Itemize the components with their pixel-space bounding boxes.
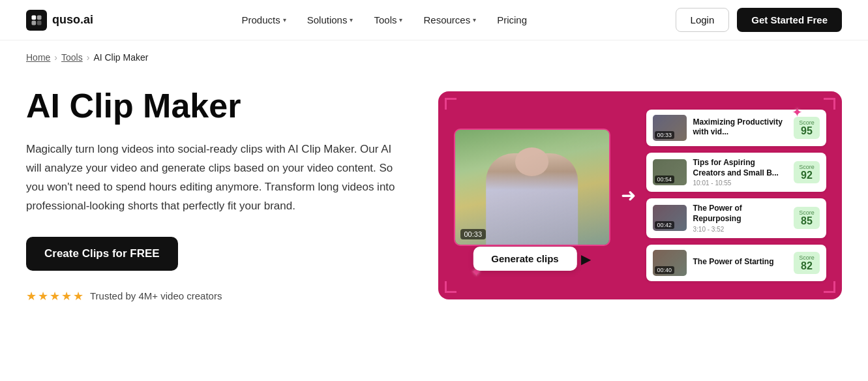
score-value-4: 82: [801, 261, 813, 271]
clip-ts-1: 00:33: [655, 131, 675, 139]
logo[interactable]: quso.ai: [26, 10, 93, 31]
video-area: 00:33 Generate clips ▶ ➜ 00:33: [454, 110, 827, 281]
generate-clips-button[interactable]: Generate clips: [473, 247, 576, 271]
corner-decoration-bl: [445, 281, 456, 293]
clip-info-4: The Power of Starting: [693, 257, 788, 269]
nav-tools[interactable]: Tools ▾: [365, 9, 412, 31]
trust-text: Trusted by 4M+ video creators: [90, 290, 222, 301]
clip-thumbnail-1: 00:33: [653, 115, 687, 141]
breadcrumb-current: AI Clip Maker: [93, 52, 148, 63]
page-title: AI Clip Maker: [26, 87, 399, 125]
clip-card-3: 00:42 The Power of Repurposing 3:10 - 3:…: [646, 198, 827, 237]
breadcrumb-sep-2: ›: [87, 52, 90, 63]
clip-score-box-2: Score 92: [794, 161, 820, 183]
corner-decoration-tl: [445, 98, 456, 110]
demo-visual: ✦ ✦ 00:33 Ge: [438, 91, 843, 299]
score-value-2: 92: [801, 170, 813, 181]
clip-ts-2: 00:54: [655, 175, 675, 183]
chevron-down-icon: ▾: [350, 16, 353, 23]
breadcrumb: Home › Tools › AI Clip Maker: [0, 40, 868, 74]
trust-section: ★ ★ ★ ★ ★ Trusted by 4M+ video creators: [26, 289, 399, 303]
clip-score-box-1: Score 95: [794, 117, 820, 139]
clip-info-1: Maximizing Productivity with vid...: [693, 117, 788, 139]
breadcrumb-home[interactable]: Home: [26, 52, 50, 63]
clip-info-2: Tips for Aspiring Creators and Small B..…: [693, 158, 788, 187]
clip-title-1: Maximizing Productivity with vid...: [693, 117, 788, 138]
clip-title-4: The Power of Starting: [693, 257, 788, 267]
chevron-down-icon: ▾: [473, 16, 476, 23]
login-button[interactable]: Login: [676, 8, 730, 32]
breadcrumb-tools[interactable]: Tools: [61, 52, 83, 63]
video-overlay: [455, 130, 609, 245]
generate-button-wrap: Generate clips ▶: [473, 247, 590, 271]
hero-description: Magically turn long videos into social-r…: [26, 140, 399, 216]
nav-pricing[interactable]: Pricing: [488, 9, 536, 31]
clip-info-3: The Power of Repurposing 3:10 - 3:52: [693, 204, 788, 232]
clip-score-box-4: Score 82: [794, 252, 820, 274]
chevron-down-icon: ▾: [399, 16, 402, 23]
svg-rect-3: [37, 20, 42, 25]
star-4: ★: [61, 289, 72, 303]
clip-ts-4: 00:40: [655, 266, 675, 274]
corner-decoration-br: [824, 281, 835, 293]
clip-duration-3: 3:10 - 3:52: [693, 226, 788, 233]
clip-title-3: The Power of Repurposing: [693, 204, 788, 224]
nav-products[interactable]: Products ▾: [233, 9, 295, 31]
main-content: AI Clip Maker Magically turn long videos…: [0, 74, 868, 329]
chevron-down-icon: ▾: [283, 16, 286, 23]
arrow-right-icon: ➜: [621, 185, 636, 206]
clip-ts-3: 00:42: [655, 221, 675, 229]
clip-title-2: Tips for Aspiring Creators and Small B..…: [693, 158, 788, 178]
nav-links: Products ▾ Solutions ▾ Tools ▾ Resources…: [233, 9, 537, 31]
star-2: ★: [38, 289, 48, 303]
corner-decoration-tr: [824, 98, 835, 110]
get-started-button[interactable]: Get Started Free: [737, 8, 842, 32]
svg-rect-0: [32, 15, 37, 20]
navbar: quso.ai Products ▾ Solutions ▾ Tools ▾ R…: [0, 0, 868, 40]
clip-thumbnail-4: 00:40: [653, 250, 687, 276]
star-5: ★: [73, 289, 83, 303]
clip-card-2: 00:54 Tips for Aspiring Creators and Sma…: [646, 153, 827, 192]
clips-list: 00:33 Maximizing Productivity with vid..…: [646, 110, 827, 281]
clip-score-box-3: Score 85: [794, 207, 820, 229]
svg-rect-1: [37, 15, 42, 20]
svg-rect-2: [32, 20, 37, 25]
star-rating: ★ ★ ★ ★ ★: [26, 289, 83, 303]
clip-card-4: 00:40 The Power of Starting Score 82: [646, 245, 827, 281]
create-clips-button[interactable]: Create Clips for FREE: [26, 237, 178, 271]
nav-solutions[interactable]: Solutions ▾: [298, 9, 363, 31]
star-1: ★: [26, 289, 37, 303]
star-3: ★: [50, 289, 60, 303]
sparkle-icon-1: ✦: [792, 104, 803, 120]
logo-text: quso.ai: [52, 13, 93, 27]
score-value-1: 95: [801, 126, 813, 136]
clip-duration-2: 10:01 - 10:55: [693, 179, 788, 187]
nav-actions: Login Get Started Free: [676, 8, 842, 32]
clip-thumbnail-3: 00:42: [653, 205, 687, 231]
nav-resources[interactable]: Resources ▾: [414, 9, 485, 31]
score-value-3: 85: [801, 216, 813, 226]
cursor-icon: ▶: [581, 251, 591, 267]
logo-icon: [26, 10, 47, 31]
video-timestamp: 00:33: [460, 229, 486, 239]
clip-thumbnail-2: 00:54: [653, 159, 687, 185]
video-main-container: 00:33 Generate clips ▶: [454, 129, 610, 262]
video-preview: 00:33: [454, 129, 610, 246]
breadcrumb-sep-1: ›: [54, 52, 57, 63]
hero-left: AI Clip Maker Magically turn long videos…: [26, 87, 399, 303]
